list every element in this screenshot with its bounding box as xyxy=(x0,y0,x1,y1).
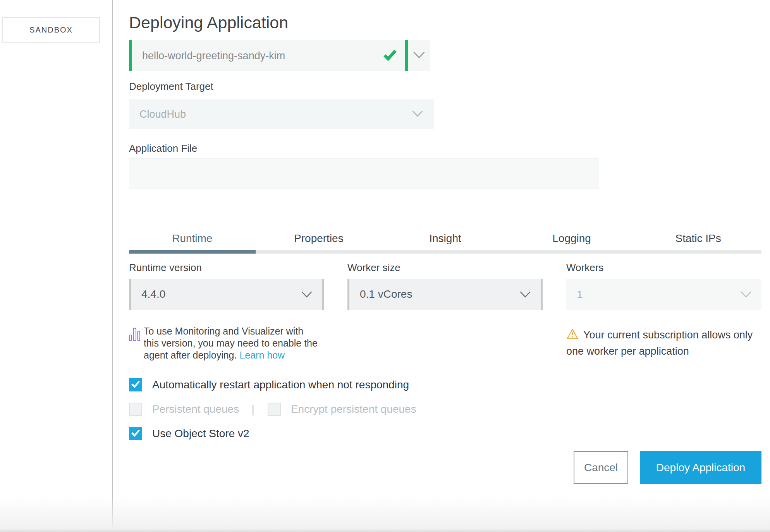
tab-underline-active xyxy=(129,250,256,254)
encrypt-persistent-queues-checkbox-disabled xyxy=(268,403,281,416)
worker-size-value: 0.1 vCores xyxy=(349,288,520,300)
app-name-value: hello-world-greeting-sandy-kim xyxy=(132,50,383,62)
monitoring-note-text: To use Monitoring and Visualizer with th… xyxy=(144,325,318,361)
workers-value: 1 xyxy=(566,288,741,301)
application-file-label: Application File xyxy=(129,142,197,154)
tab-static-ips[interactable]: Static IPs xyxy=(635,229,761,250)
tab-properties[interactable]: Properties xyxy=(256,229,382,250)
bar-chart-icon xyxy=(129,325,144,361)
monitoring-note: To use Monitoring and Visualizer with th… xyxy=(129,325,330,361)
deployment-target-value: CloudHub xyxy=(129,108,412,120)
persistent-queues-checkbox-disabled xyxy=(129,403,142,416)
warning-triangle-icon xyxy=(566,328,579,344)
chevron-down-icon xyxy=(412,110,434,118)
deploy-application-page: SANDBOX Deploying Application hello-worl… xyxy=(0,0,770,532)
persistent-queues-row: Persistent queues | Encrypt persistent q… xyxy=(129,403,416,416)
chevron-down-icon xyxy=(741,291,761,298)
encrypt-persistent-queues-label: Encrypt persistent queues xyxy=(291,403,416,415)
chevron-down-icon xyxy=(301,291,322,298)
tab-row: Runtime Properties Insight Logging Stati… xyxy=(129,229,761,250)
cancel-button[interactable]: Cancel xyxy=(574,451,628,484)
sidebar: SANDBOX xyxy=(0,0,112,532)
app-name-dropdown-button[interactable] xyxy=(408,40,430,71)
sidebar-divider xyxy=(112,0,113,532)
worker-warning-text: Your current subscription allows only on… xyxy=(566,329,753,357)
chevron-down-icon xyxy=(413,51,425,60)
tab-logging[interactable]: Logging xyxy=(509,229,635,250)
persistent-queues-label: Persistent queues xyxy=(152,403,239,415)
application-file-input[interactable] xyxy=(129,158,599,189)
environment-selector-sandbox[interactable]: SANDBOX xyxy=(2,17,100,43)
deployment-target-select[interactable]: CloudHub xyxy=(129,99,434,129)
chevron-down-icon xyxy=(520,291,541,298)
tab-runtime[interactable]: Runtime xyxy=(129,229,256,250)
worker-size-select[interactable]: 0.1 vCores xyxy=(347,279,543,310)
workers-select-disabled: 1 xyxy=(566,279,761,310)
object-store-row: Use Object Store v2 xyxy=(129,427,249,440)
tab-underline-bar xyxy=(129,250,761,254)
checkmark-icon xyxy=(131,381,140,390)
deployment-tabs: Runtime Properties Insight Logging Stati… xyxy=(129,229,761,254)
auto-restart-checkbox[interactable] xyxy=(129,378,142,391)
auto-restart-label: Automatically restart application when n… xyxy=(152,379,409,391)
page-title: Deploying Application xyxy=(129,13,288,32)
worker-size-label: Worker size xyxy=(347,262,400,274)
worker-warning: Your current subscription allows only on… xyxy=(566,328,765,359)
bottom-edge-strip xyxy=(0,530,770,532)
checkbox-separator: | xyxy=(251,403,254,416)
learn-how-link[interactable]: Learn how xyxy=(239,350,285,360)
runtime-version-select[interactable]: 4.4.0 xyxy=(129,279,324,310)
check-icon xyxy=(383,49,397,62)
workers-label: Workers xyxy=(566,262,603,274)
auto-restart-row: Automatically restart application when n… xyxy=(129,378,409,391)
deployment-target-label: Deployment Target xyxy=(129,81,213,93)
runtime-version-value: 4.4.0 xyxy=(131,288,301,300)
app-name-field[interactable]: hello-world-greeting-sandy-kim xyxy=(129,40,430,71)
deploy-application-button[interactable]: Deploy Application xyxy=(640,451,761,484)
valid-field-right-border xyxy=(405,40,408,71)
checkmark-icon xyxy=(131,429,140,438)
tab-insight[interactable]: Insight xyxy=(382,229,509,250)
valid-field-left-border xyxy=(129,40,132,71)
monitoring-note-body: To use Monitoring and Visualizer with th… xyxy=(144,326,318,360)
runtime-version-label: Runtime version xyxy=(129,262,202,274)
object-store-v2-checkbox[interactable] xyxy=(129,427,142,440)
object-store-v2-label: Use Object Store v2 xyxy=(152,427,249,440)
bottom-fade xyxy=(0,497,770,530)
app-name-input[interactable]: hello-world-greeting-sandy-kim xyxy=(132,40,405,71)
